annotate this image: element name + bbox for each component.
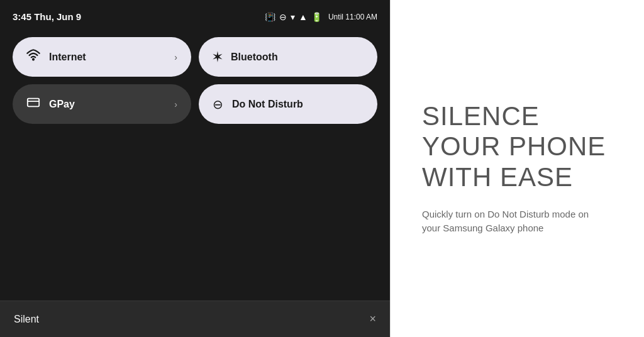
status-time: 3:45 Thu, Jun 9 <box>13 11 81 22</box>
phone-panel: 3:45 Thu, Jun 9 📳 ⊖ ▾ ▲ 🔋 Until 11:00 AM… <box>0 0 390 337</box>
silent-bar: Silent × <box>0 301 390 337</box>
gpay-tile-icon <box>26 96 40 113</box>
headline: SILENCE YOUR PHONE WITH EASE <box>422 101 613 192</box>
headline-line3: WITH EASE <box>422 162 573 192</box>
internet-tile[interactable]: Internet › <box>13 37 191 77</box>
internet-label: Internet <box>49 52 86 63</box>
minus-icon: ⊖ <box>279 12 287 22</box>
tiles-grid: Internet › ✶ Bluetooth GPay › ⊖ Do Not D… <box>0 31 390 134</box>
bluetooth-tile-icon: ✶ <box>213 50 222 64</box>
vibrate-icon: 📳 <box>265 12 275 22</box>
bluetooth-label: Bluetooth <box>231 52 278 63</box>
silent-label: Silent <box>14 314 39 325</box>
dnd-tile-icon: ⊖ <box>213 97 223 112</box>
battery-icon: 🔋 <box>311 12 322 22</box>
status-right-icons: 📳 ⊖ ▾ ▲ 🔋 Until 11:00 AM <box>265 12 377 22</box>
status-bar: 3:45 Thu, Jun 9 📳 ⊖ ▾ ▲ 🔋 Until 11:00 AM <box>0 0 390 31</box>
wifi-icon: ▾ <box>291 12 295 22</box>
bluetooth-tile[interactable]: ✶ Bluetooth <box>199 37 377 77</box>
gpay-label: GPay <box>49 99 75 110</box>
svg-rect-1 <box>28 99 39 107</box>
gpay-chevron: › <box>174 99 177 109</box>
signal-icon: ▲ <box>299 12 308 22</box>
headline-line1: SILENCE <box>422 101 540 131</box>
until-text: Until 11:00 AM <box>328 13 377 21</box>
headline-line2: YOUR PHONE <box>422 131 606 161</box>
dnd-label: Do Not Disturb <box>232 99 303 110</box>
content-panel: SILENCE YOUR PHONE WITH EASE Quickly tur… <box>391 0 644 337</box>
gpay-tile[interactable]: GPay › <box>13 84 191 124</box>
silent-close-button[interactable]: × <box>369 312 376 326</box>
wifi-tile-icon <box>26 48 40 65</box>
svg-point-0 <box>33 59 34 60</box>
subtitle: Quickly turn on Do Not Disturb mode on y… <box>422 207 598 236</box>
dnd-tile[interactable]: ⊖ Do Not Disturb <box>199 84 377 124</box>
internet-chevron: › <box>174 52 177 62</box>
